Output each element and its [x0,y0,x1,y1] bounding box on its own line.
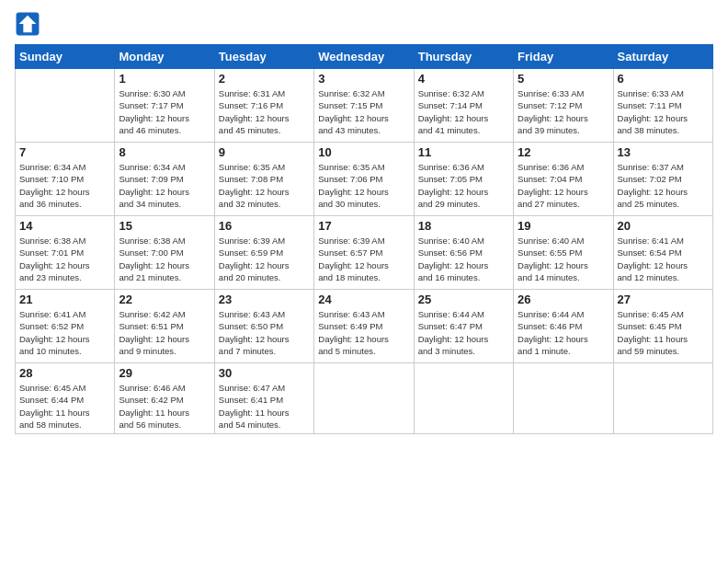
calendar-header: SundayMondayTuesdayWednesdayThursdayFrid… [16,45,713,69]
day-number: 28 [19,366,110,380]
day-info: Sunrise: 6:36 AMSunset: 7:05 PMDaylight:… [418,161,509,210]
calendar-cell: 25Sunrise: 6:44 AMSunset: 6:47 PMDayligh… [414,290,513,363]
day-info: Sunrise: 6:33 AMSunset: 7:12 PMDaylight:… [518,87,609,136]
calendar-cell: 11Sunrise: 6:36 AMSunset: 7:05 PMDayligh… [414,143,513,216]
weekday-header-thursday: Thursday [414,45,513,69]
weekday-header-wednesday: Wednesday [314,45,414,69]
day-info: Sunrise: 6:44 AMSunset: 6:46 PMDaylight:… [518,308,609,357]
calendar-body: 1Sunrise: 6:30 AMSunset: 7:17 PMDaylight… [16,69,713,434]
day-info: Sunrise: 6:42 AMSunset: 6:51 PMDaylight:… [119,308,210,357]
calendar: SundayMondayTuesdayWednesdayThursdayFrid… [15,44,713,434]
day-info: Sunrise: 6:35 AMSunset: 7:06 PMDaylight:… [318,161,409,210]
calendar-cell: 5Sunrise: 6:33 AMSunset: 7:12 PMDaylight… [514,69,613,143]
calendar-cell: 16Sunrise: 6:39 AMSunset: 6:59 PMDayligh… [214,216,313,290]
calendar-cell: 6Sunrise: 6:33 AMSunset: 7:11 PMDaylight… [613,69,712,143]
day-number: 27 [618,293,709,306]
day-info: Sunrise: 6:39 AMSunset: 6:57 PMDaylight:… [318,235,409,283]
calendar-cell: 8Sunrise: 6:34 AMSunset: 7:09 PMDaylight… [115,143,214,216]
day-number: 26 [518,293,609,306]
day-info: Sunrise: 6:46 AMSunset: 6:42 PMDaylight:… [119,382,210,431]
page: SundayMondayTuesdayWednesdayThursdayFrid… [0,0,728,563]
week-row-5: 28Sunrise: 6:45 AMSunset: 6:44 PMDayligh… [16,363,713,434]
day-number: 9 [219,145,310,159]
calendar-cell: 9Sunrise: 6:35 AMSunset: 7:08 PMDaylight… [214,143,313,216]
day-info: Sunrise: 6:40 AMSunset: 6:55 PMDaylight:… [518,235,609,283]
day-info: Sunrise: 6:40 AMSunset: 6:56 PMDaylight:… [418,235,509,283]
calendar-cell: 21Sunrise: 6:41 AMSunset: 6:52 PMDayligh… [16,290,115,363]
calendar-cell: 26Sunrise: 6:44 AMSunset: 6:46 PMDayligh… [514,290,613,363]
day-number: 30 [219,366,310,380]
calendar-cell: 28Sunrise: 6:45 AMSunset: 6:44 PMDayligh… [16,363,115,434]
calendar-cell: 12Sunrise: 6:36 AMSunset: 7:04 PMDayligh… [514,143,613,216]
day-info: Sunrise: 6:37 AMSunset: 7:02 PMDaylight:… [618,161,709,210]
weekday-header-monday: Monday [115,45,214,69]
calendar-cell [613,363,712,434]
calendar-cell: 7Sunrise: 6:34 AMSunset: 7:10 PMDaylight… [16,143,115,216]
day-info: Sunrise: 6:44 AMSunset: 6:47 PMDaylight:… [418,308,509,357]
day-info: Sunrise: 6:43 AMSunset: 6:50 PMDaylight:… [219,308,310,357]
calendar-cell: 20Sunrise: 6:41 AMSunset: 6:54 PMDayligh… [613,216,712,290]
day-info: Sunrise: 6:43 AMSunset: 6:49 PMDaylight:… [318,308,409,357]
day-number: 5 [518,72,609,86]
day-number: 17 [318,219,409,233]
day-number: 15 [119,219,210,233]
day-info: Sunrise: 6:32 AMSunset: 7:14 PMDaylight:… [418,87,509,136]
day-info: Sunrise: 6:47 AMSunset: 6:41 PMDaylight:… [219,382,310,431]
weekday-header-tuesday: Tuesday [214,45,313,69]
calendar-cell: 4Sunrise: 6:32 AMSunset: 7:14 PMDaylight… [414,69,513,143]
calendar-cell [16,69,115,143]
logo-icon [15,11,40,37]
day-info: Sunrise: 6:45 AMSunset: 6:45 PMDaylight:… [618,308,709,357]
calendar-cell [514,363,613,434]
weekday-header-friday: Friday [514,45,613,69]
header [15,11,713,37]
day-number: 13 [618,145,709,159]
day-info: Sunrise: 6:34 AMSunset: 7:10 PMDaylight:… [19,161,110,210]
day-number: 19 [518,219,609,233]
day-number: 4 [418,72,509,86]
calendar-cell: 24Sunrise: 6:43 AMSunset: 6:49 PMDayligh… [314,290,414,363]
week-row-3: 14Sunrise: 6:38 AMSunset: 7:01 PMDayligh… [16,216,713,290]
day-number: 10 [318,145,409,159]
calendar-cell: 29Sunrise: 6:46 AMSunset: 6:42 PMDayligh… [115,363,214,434]
calendar-cell: 17Sunrise: 6:39 AMSunset: 6:57 PMDayligh… [314,216,414,290]
calendar-cell: 10Sunrise: 6:35 AMSunset: 7:06 PMDayligh… [314,143,414,216]
week-row-2: 7Sunrise: 6:34 AMSunset: 7:10 PMDaylight… [16,143,713,216]
day-info: Sunrise: 6:38 AMSunset: 7:00 PMDaylight:… [119,235,210,283]
calendar-cell: 3Sunrise: 6:32 AMSunset: 7:15 PMDaylight… [314,69,414,143]
calendar-cell: 19Sunrise: 6:40 AMSunset: 6:55 PMDayligh… [514,216,613,290]
calendar-cell: 30Sunrise: 6:47 AMSunset: 6:41 PMDayligh… [214,363,313,434]
weekday-header-saturday: Saturday [613,45,712,69]
week-row-1: 1Sunrise: 6:30 AMSunset: 7:17 PMDaylight… [16,69,713,143]
day-number: 23 [219,293,310,306]
day-number: 3 [318,72,409,86]
calendar-cell: 2Sunrise: 6:31 AMSunset: 7:16 PMDaylight… [214,69,313,143]
day-info: Sunrise: 6:33 AMSunset: 7:11 PMDaylight:… [618,87,709,136]
day-info: Sunrise: 6:35 AMSunset: 7:08 PMDaylight:… [219,161,310,210]
day-info: Sunrise: 6:36 AMSunset: 7:04 PMDaylight:… [518,161,609,210]
day-number: 12 [518,145,609,159]
week-row-4: 21Sunrise: 6:41 AMSunset: 6:52 PMDayligh… [16,290,713,363]
day-info: Sunrise: 6:31 AMSunset: 7:16 PMDaylight:… [219,87,310,136]
calendar-cell [314,363,414,434]
day-info: Sunrise: 6:45 AMSunset: 6:44 PMDaylight:… [19,382,110,431]
calendar-cell: 1Sunrise: 6:30 AMSunset: 7:17 PMDaylight… [115,69,214,143]
calendar-cell: 27Sunrise: 6:45 AMSunset: 6:45 PMDayligh… [613,290,712,363]
day-number: 18 [418,219,509,233]
calendar-cell: 15Sunrise: 6:38 AMSunset: 7:00 PMDayligh… [115,216,214,290]
weekday-header-sunday: Sunday [16,45,115,69]
day-number: 16 [219,219,310,233]
day-number: 1 [119,72,210,86]
day-number: 25 [418,293,509,306]
weekday-header-row: SundayMondayTuesdayWednesdayThursdayFrid… [16,45,713,69]
day-number: 14 [19,219,110,233]
day-number: 20 [618,219,709,233]
day-number: 24 [318,293,409,306]
day-number: 29 [119,366,210,380]
day-number: 8 [119,145,210,159]
day-number: 2 [219,72,310,86]
day-number: 22 [119,293,210,306]
day-info: Sunrise: 6:41 AMSunset: 6:54 PMDaylight:… [618,235,709,283]
calendar-cell: 22Sunrise: 6:42 AMSunset: 6:51 PMDayligh… [115,290,214,363]
day-info: Sunrise: 6:32 AMSunset: 7:15 PMDaylight:… [318,87,409,136]
